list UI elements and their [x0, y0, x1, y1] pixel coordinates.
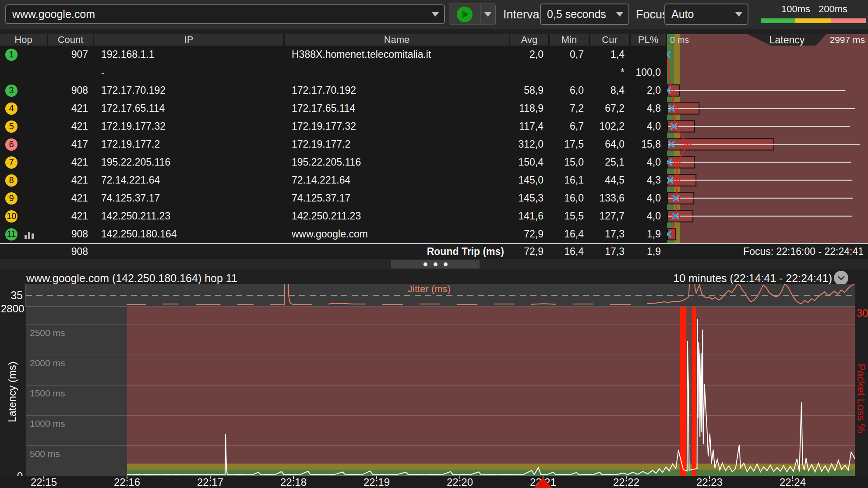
- column-header-ip[interactable]: IP: [94, 34, 285, 46]
- hop-number-badge: 4: [5, 103, 18, 115]
- start-trace-button[interactable]: [449, 4, 480, 25]
- hop-number-badge: 1: [5, 49, 18, 61]
- cur-cell: 17,3: [590, 228, 631, 240]
- packet-loss-cell: 4,8: [631, 103, 667, 114]
- column-header-cur[interactable]: Cur: [590, 34, 631, 46]
- timeline-range-label: 10 minutes (22:14:41 - 22:24:41): [673, 272, 832, 285]
- latency-scale-min-label: 0 ms: [670, 34, 689, 46]
- table-row[interactable]: 1907192.168.1.1H388X.homenet.telecomital…: [0, 46, 868, 64]
- pingplotter-window: www.google.com Interval 0,5 seconds Focu…: [0, 0, 868, 488]
- table-row[interactable]: 7421195.22.205.116195.22.205.116150,415,…: [0, 153, 868, 171]
- name-cell: 172.17.70.192: [285, 85, 510, 96]
- table-row[interactable]: -*100,0: [0, 64, 868, 81]
- axis-tick-label: 22:18: [267, 476, 320, 488]
- y-axis-title: Latency (ms): [6, 335, 18, 449]
- gridline-label: 2000 ms: [30, 358, 65, 368]
- chevron-down-icon: [484, 12, 491, 17]
- axis-tick-label: 22:15: [18, 476, 70, 488]
- min-cell: 16,4: [550, 246, 590, 258]
- focus-label: Focus: [636, 0, 668, 29]
- timeline-panel: www.google.com (142.250.180.164) hop 11 …: [0, 269, 868, 488]
- hop-cell: 11: [0, 228, 48, 240]
- axis-tick-label: 22:23: [683, 476, 736, 488]
- cur-cell: *: [590, 67, 631, 78]
- hop-number-badge: 7: [5, 156, 18, 169]
- table-row[interactable]: 942174.125.37.1774.125.37.17145,316,0133…: [0, 189, 868, 207]
- count-cell: 421: [48, 210, 94, 222]
- trace-options-dropdown[interactable]: [480, 12, 495, 17]
- axis-tick-label: 22:20: [434, 476, 486, 488]
- target-combobox[interactable]: www.google.com: [5, 4, 445, 24]
- column-header-count[interactable]: Count: [48, 34, 94, 46]
- play-icon: [457, 7, 473, 22]
- timeline-title: www.google.com (142.250.180.164) hop 11: [26, 272, 237, 285]
- table-row[interactable]: 6417172.19.177.2172.19.177.2312,017,564,…: [0, 135, 868, 153]
- count-cell: 907: [48, 49, 94, 60]
- ip-cell: 192.168.1.1: [94, 49, 285, 60]
- axis-tick-label: 22:16: [101, 476, 153, 488]
- packet-loss-bar: [692, 307, 696, 476]
- ip-cell: 172.19.177.32: [94, 120, 285, 132]
- packet-loss-cell: 2,0: [631, 85, 667, 96]
- jitter-line: [288, 284, 312, 304]
- table-row[interactable]: 4421172.17.65.114172.17.65.114118,97,267…: [0, 99, 868, 117]
- packet-loss-max-label: 30: [857, 307, 868, 319]
- table-row[interactable]: 11908142.250.180.164www.google.com72,916…: [0, 225, 868, 243]
- packet-loss-cell: 4,0: [631, 210, 667, 222]
- focus-select[interactable]: Auto: [664, 4, 748, 25]
- table-row[interactable]: 3908172.17.70.192172.17.70.19258,96,08,4…: [0, 81, 868, 99]
- legend-color-bar: [761, 18, 866, 23]
- interval-label: Interval: [503, 0, 542, 29]
- min-cell: 16,1: [550, 174, 590, 186]
- column-header-name[interactable]: Name: [285, 34, 510, 46]
- hop-cell: 5: [0, 120, 48, 133]
- count-cell: 421: [48, 192, 94, 204]
- ip-cell: -: [94, 67, 285, 78]
- name-cell: 195.22.205.116: [285, 156, 510, 168]
- hop-table: HopCountIPNameAvgMinCurPL% 1907192.168.1…: [0, 34, 868, 259]
- hop-cell: 1: [0, 49, 48, 61]
- gridline-label: 2500 ms: [30, 328, 65, 338]
- jitter-baseline-label: 35: [4, 289, 23, 302]
- panel-splitter[interactable]: [0, 259, 868, 269]
- table-header-row: HopCountIPNameAvgMinCurPL%: [0, 34, 868, 46]
- column-header-min[interactable]: Min: [550, 34, 590, 46]
- event-marker-triangle: [534, 477, 552, 488]
- packet-loss-cell: 15,8: [631, 138, 667, 150]
- round-trip-label: Round Trip (ms): [285, 246, 510, 258]
- table-row[interactable]: 5421172.19.177.32172.19.177.32117,46,710…: [0, 117, 868, 135]
- count-cell: 908: [48, 85, 94, 96]
- avg-cell: 58,9: [510, 85, 550, 96]
- interval-select[interactable]: 0,5 seconds: [540, 4, 629, 25]
- splitter-grip[interactable]: [391, 260, 480, 269]
- column-header-pl[interactable]: PL%: [631, 34, 667, 46]
- count-cell: 421: [48, 120, 94, 132]
- min-cell: 16,0: [550, 192, 590, 204]
- table-row[interactable]: 842172.14.221.6472.14.221.64145,016,144,…: [0, 171, 868, 189]
- avg-cell: 2,0: [510, 49, 550, 60]
- avg-cell: 72,9: [510, 246, 550, 258]
- cur-cell: 17,3: [590, 246, 631, 258]
- band-bad: [127, 307, 855, 476]
- packet-loss-cell: 100,0: [631, 67, 667, 78]
- column-header-hop[interactable]: Hop: [0, 34, 48, 46]
- packet-loss-cell: 1,9: [631, 228, 667, 240]
- interval-value: 0,5 seconds: [541, 8, 611, 21]
- name-cell: H388X.homenet.telecomitalia.it: [285, 49, 510, 60]
- table-row[interactable]: 10421142.250.211.23142.250.211.23141,615…: [0, 207, 868, 225]
- name-cell: 72.14.221.64: [285, 174, 510, 186]
- hop-number-badge: 9: [5, 192, 18, 205]
- chevron-down-icon: [735, 12, 742, 17]
- target-input[interactable]: www.google.com: [6, 8, 427, 21]
- min-cell: 16,4: [550, 228, 590, 240]
- collapse-timeline-button[interactable]: [834, 271, 848, 285]
- jitter-line: [270, 284, 285, 304]
- min-cell: 7,2: [550, 103, 590, 114]
- min-cell: 15,5: [550, 210, 590, 222]
- latency-timeline-plot[interactable]: 2500 ms2000 ms1500 ms1000 ms500 ms: [26, 307, 855, 476]
- legend-segment: [761, 18, 795, 23]
- latency-color-legend: 100ms 200ms: [761, 4, 866, 25]
- jitter-line: [647, 284, 691, 304]
- target-dropdown-button[interactable]: [427, 12, 444, 17]
- column-header-avg[interactable]: Avg: [510, 34, 550, 46]
